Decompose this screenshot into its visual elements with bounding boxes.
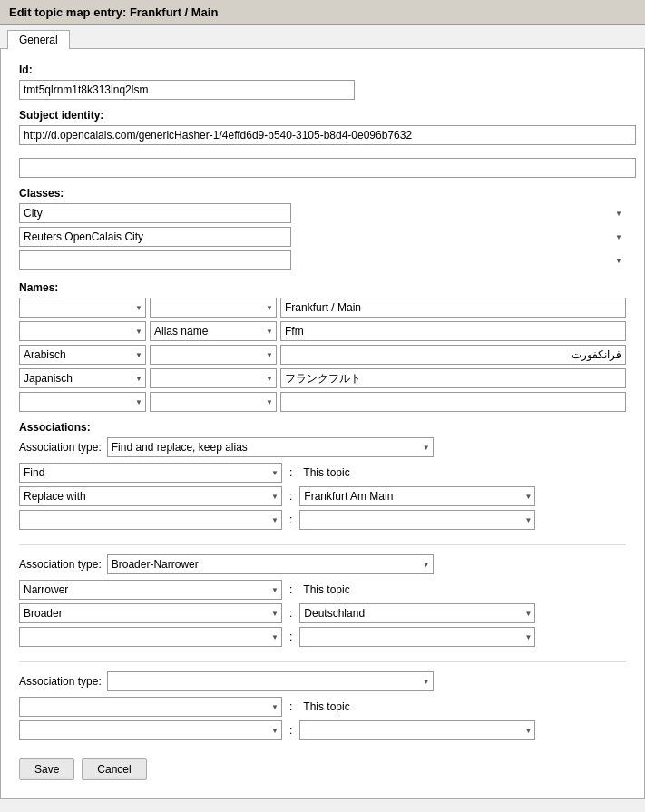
tab-general[interactable]: General	[7, 30, 70, 49]
name2-col1-select[interactable]	[19, 321, 146, 341]
subject-identity-field-row: Subject identity:	[19, 109, 626, 178]
classes-label: Classes:	[19, 187, 626, 200]
assoc2-value2-select[interactable]: Deutschland	[299, 603, 535, 623]
assoc-block-1: Association type: Find and replace, keep…	[19, 437, 626, 530]
assoc1-value1: This topic	[299, 466, 349, 479]
name5-col2-select[interactable]	[150, 392, 277, 412]
subject-identity-input-1[interactable]	[19, 125, 636, 145]
name-row-2: Alias name	[19, 321, 626, 341]
assoc1-value2-select[interactable]: Frankfurt Am Main	[299, 486, 535, 506]
assoc3-role2-select[interactable]	[19, 720, 282, 740]
assoc2-type-row: Association type: Broader-Narrower	[19, 554, 626, 574]
assoc3-colon1: :	[286, 700, 296, 713]
assoc1-role-3: :	[19, 510, 626, 530]
divider2	[19, 661, 626, 662]
assoc1-role-1: Find : This topic	[19, 463, 626, 483]
assoc1-colon1: :	[286, 466, 296, 479]
title-bar: Edit topic map entry: Frankfurt / Main	[0, 0, 645, 25]
assoc3-value1: This topic	[299, 700, 349, 713]
assoc2-colon1: :	[286, 583, 296, 596]
assoc2-value1: This topic	[299, 583, 349, 596]
subject-identity-label: Subject identity:	[19, 109, 626, 122]
name5-col1-select[interactable]	[19, 392, 146, 412]
assoc3-type-row: Association type:	[19, 671, 626, 691]
assoc2-colon3: :	[286, 631, 296, 643]
associations-section: Associations: Association type: Find and…	[19, 421, 626, 740]
class2-wrapper: Reuters OpenCalais City	[19, 227, 626, 247]
cancel-button[interactable]: Cancel	[82, 758, 146, 780]
associations-label: Associations:	[19, 421, 626, 434]
class1-wrapper: City	[19, 203, 626, 223]
name3-value-input[interactable]	[280, 345, 626, 365]
assoc3-value2-select[interactable]	[299, 720, 535, 740]
assoc1-type-row: Association type: Find and replace, keep…	[19, 437, 626, 457]
id-label: Id:	[19, 64, 626, 76]
class3-wrapper	[19, 250, 626, 270]
name3-col2-select[interactable]	[150, 345, 277, 365]
name5-value-input[interactable]	[280, 392, 626, 412]
assoc2-colon2: :	[286, 607, 296, 620]
name2-col2-select[interactable]: Alias name	[150, 321, 277, 341]
assoc3-role-1: : This topic	[19, 697, 626, 717]
assoc1-type-select[interactable]: Find and replace, keep alias	[107, 437, 434, 457]
assoc1-role2-select[interactable]: Replace with	[19, 486, 282, 506]
id-input[interactable]	[19, 80, 355, 100]
assoc-block-2: Association type: Broader-Narrower Narro…	[19, 554, 626, 647]
assoc2-type-label: Association type:	[19, 558, 102, 571]
assoc1-role1-select[interactable]: Find	[19, 463, 282, 483]
assoc3-role-2: :	[19, 720, 626, 740]
assoc2-type-select[interactable]: Broader-Narrower	[107, 554, 434, 574]
assoc1-colon3: :	[286, 514, 296, 526]
assoc3-type-select[interactable]	[107, 671, 434, 691]
divider1	[19, 544, 626, 545]
assoc2-value3-select[interactable]	[299, 627, 535, 647]
name1-value-input[interactable]	[280, 298, 626, 318]
assoc-block-3: Association type: : This topic	[19, 671, 626, 740]
assoc1-type-label: Association type:	[19, 441, 102, 454]
name4-value-input[interactable]	[280, 368, 626, 388]
name3-col1-select[interactable]: Arabisch	[19, 345, 146, 365]
assoc2-role-3: :	[19, 627, 626, 647]
assoc3-colon2: :	[286, 724, 296, 737]
class3-select[interactable]	[19, 250, 291, 270]
name-row-4: Japanisch	[19, 368, 626, 388]
assoc1-role-2: Replace with : Frankfurt Am Main	[19, 486, 626, 506]
assoc2-role-1: Narrower : This topic	[19, 580, 626, 600]
name2-value-input[interactable]	[280, 321, 626, 341]
assoc2-role1-select[interactable]: Narrower	[19, 580, 282, 600]
tab-bar: General	[0, 25, 645, 49]
name1-col1-select[interactable]	[19, 298, 146, 318]
names-section: Names: Alias name Arabisch Japanisch	[19, 281, 626, 412]
name-row-5	[19, 392, 626, 412]
button-row: Save Cancel	[19, 758, 626, 780]
assoc2-role3-select[interactable]	[19, 627, 282, 647]
title-text: Edit topic map entry: Frankfurt / Main	[9, 5, 218, 19]
classes-section: Classes: City Reuters OpenCalais City	[19, 187, 626, 270]
name4-col1-select[interactable]: Japanisch	[19, 368, 146, 388]
save-button[interactable]: Save	[19, 758, 74, 780]
assoc1-colon2: :	[286, 490, 296, 503]
name1-col2-select[interactable]	[150, 298, 277, 318]
subject-identity-input-2[interactable]	[19, 158, 636, 178]
assoc1-role3-select[interactable]	[19, 510, 282, 530]
name4-col2-select[interactable]	[150, 368, 277, 388]
class2-select[interactable]: Reuters OpenCalais City	[19, 227, 291, 247]
assoc3-type-label: Association type:	[19, 675, 102, 688]
assoc3-role1-select[interactable]	[19, 697, 282, 717]
name-row-3: Arabisch	[19, 345, 626, 365]
main-content: Id: Subject identity: Classes: City Reut…	[0, 49, 645, 799]
assoc2-role-2: Broader : Deutschland	[19, 603, 626, 623]
id-field-row: Id:	[19, 64, 626, 100]
name-row-1	[19, 298, 626, 318]
assoc2-role2-select[interactable]: Broader	[19, 603, 282, 623]
assoc1-value3-select[interactable]	[299, 510, 535, 530]
names-label: Names:	[19, 281, 626, 294]
class1-select[interactable]: City	[19, 203, 291, 223]
